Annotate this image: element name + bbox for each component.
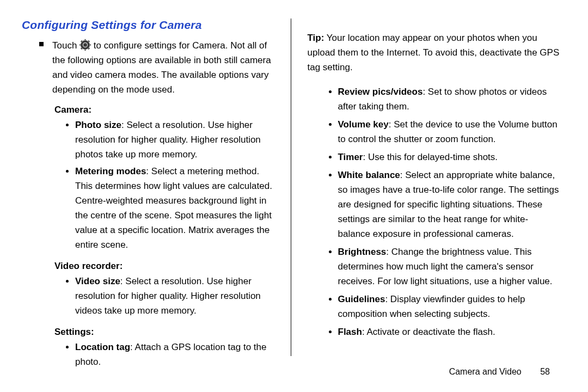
item-title: Timer [338, 152, 363, 162]
item-title: Photo size [75, 120, 121, 130]
tip-text: Your location may appear on your photos … [308, 33, 560, 72]
video-subhead: Video recorder: [54, 261, 274, 272]
left-column: Configuring Settings for Camera Touch to… [22, 19, 274, 356]
list-item: Location tag: Attach a GPS location tag … [75, 340, 274, 369]
settings-subhead: Settings: [54, 327, 274, 338]
settings-bullets: Location tag: Attach a GPS location tag … [22, 340, 274, 371]
list-item: Video size: Select a resolution. Use hig… [75, 274, 274, 318]
page-footer: Camera and Video 58 [449, 367, 550, 377]
tip-label: Tip: [308, 33, 324, 43]
camera-subhead: Camera: [54, 105, 274, 115]
item-title: Location tag [75, 342, 130, 352]
list-item: Timer: Use this for delayed-time shots. [338, 150, 560, 164]
footer-page-number: 58 [540, 367, 550, 376]
intro-pre: Touch [52, 40, 79, 51]
section-heading: Configuring Settings for Camera [22, 19, 274, 32]
list-item: White balance: Select an appropriate whi… [338, 168, 560, 241]
item-title: Review pics/videos [338, 87, 423, 97]
two-column-layout: Configuring Settings for Camera Touch to… [22, 19, 560, 356]
footer-section: Camera and Video [449, 367, 522, 376]
list-item: Volume key: Set the device to use the Vo… [338, 117, 560, 146]
gear-icon [81, 40, 90, 50]
list-item: Photo size: Select a resolution. Use hig… [75, 118, 274, 162]
camera-bullets: Photo size: Select a resolution. Use hig… [22, 118, 274, 254]
item-text: : Select an appropriate white balance, s… [338, 170, 559, 239]
item-title: Metering modes [75, 166, 146, 176]
list-item: Review pics/videos: Set to show photos o… [338, 84, 560, 114]
item-text: : Activate or deactivate the flash. [362, 327, 495, 337]
video-bullets: Video size: Select a resolution. Use hig… [22, 274, 274, 320]
list-item: Flash: Activate or deactivate the flash. [338, 324, 560, 339]
right-column: Tip: Your location may appear on your ph… [291, 19, 560, 356]
item-title: White balance [338, 170, 400, 180]
intro-text: Touch to configure settings for Camera. … [52, 38, 274, 97]
list-item: Metering modes: Select a metering method… [75, 164, 274, 252]
item-title: Volume key [338, 119, 389, 130]
list-item: Guidelines: Display viewfinder guides to… [338, 292, 560, 321]
item-text: : Use this for delayed-time shots. [363, 152, 498, 162]
tip-paragraph: Tip: Your location may appear on your ph… [308, 30, 560, 75]
item-title: Video size [75, 276, 120, 286]
bullet-square-icon [39, 42, 44, 46]
item-title: Guidelines [338, 294, 385, 304]
right-bullets: Review pics/videos: Set to show photos o… [308, 84, 560, 342]
intro-row: Touch to configure settings for Camera. … [22, 38, 274, 97]
item-title: Brightness [338, 247, 387, 257]
manual-page: Configuring Settings for Camera Touch to… [0, 0, 588, 392]
list-item: Brightness: Change the brightness value.… [338, 244, 560, 289]
item-text: : Select a metering method. This determi… [75, 166, 272, 250]
item-title: Flash [338, 327, 362, 337]
